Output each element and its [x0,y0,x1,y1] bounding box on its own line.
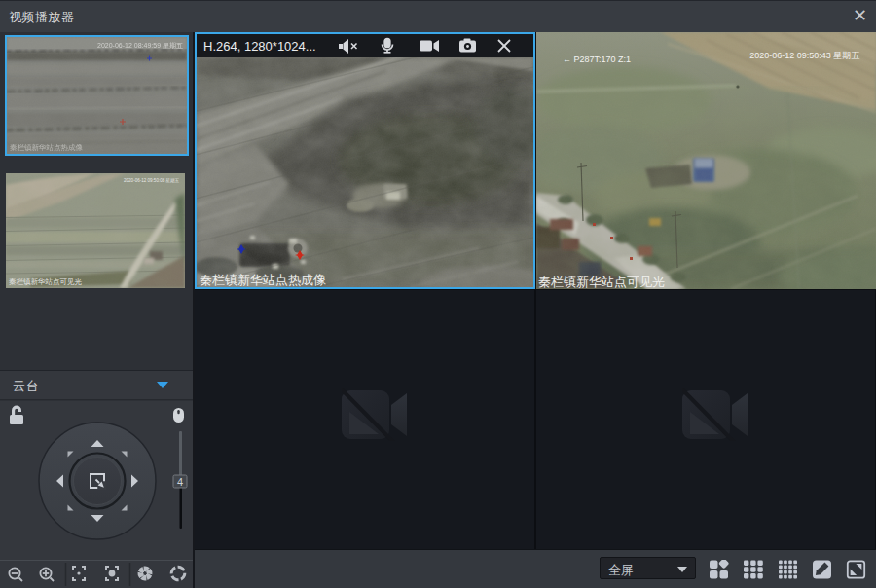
svg-text:2020-06-12 08:49:59 星期五: 2020-06-12 08:49:59 星期五 [97,42,183,49]
svg-text:4: 4 [177,476,183,488]
svg-text:2020-06-12 09:50:43 星期五: 2020-06-12 09:50:43 星期五 [749,51,859,60]
svg-text:← P287T:170 Z:1: ← P287T:170 Z:1 [563,55,631,64]
svg-text:秦栏镇新华站点可见光: 秦栏镇新华站点可见光 [538,275,665,289]
svg-text:秦栏镇新华站点热成像: 秦栏镇新华站点热成像 [200,273,326,287]
svg-text:秦栏镇新华站点热成像: 秦栏镇新华站点热成像 [10,143,84,152]
svg-text:2020-06-12 09:50:08 星期五: 2020-06-12 09:50:08 星期五 [124,178,180,183]
svg-text:秦栏镇新华站点可见光: 秦栏镇新华站点可见光 [9,277,83,286]
